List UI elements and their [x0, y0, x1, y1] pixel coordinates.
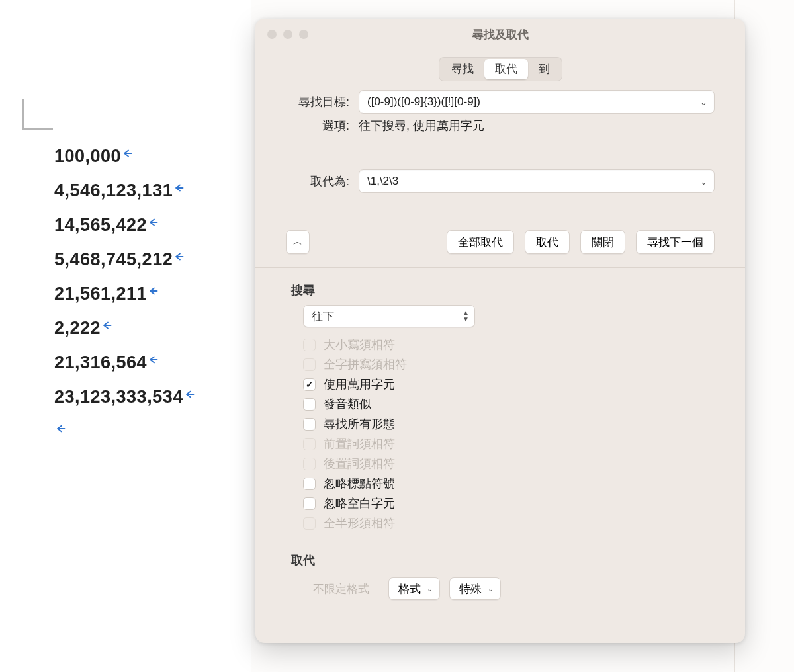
search-option-row: 大小寫須相符 [303, 337, 745, 353]
document-line[interactable]: 4,546,123,131 [54, 173, 197, 208]
chevron-down-icon: ⌄ [488, 585, 494, 593]
search-option-label: 全字拼寫須相符 [324, 357, 407, 372]
checkbox[interactable] [303, 418, 316, 431]
search-option-row[interactable]: 發音類似 [303, 396, 745, 412]
collapse-button[interactable]: ︿ [286, 230, 310, 254]
search-option-label: 忽略標點符號 [324, 476, 395, 491]
document-body[interactable]: 100,0004,546,123,13114,565,4225,468,745,… [54, 139, 197, 448]
line-text: 21,561,211 [54, 284, 147, 304]
format-menu-button[interactable]: 格式 ⌄ [388, 577, 440, 600]
options-value: 往下搜尋, 使用萬用字元 [359, 118, 484, 134]
paragraph-mark-icon [148, 285, 160, 297]
close-button[interactable]: 關閉 [580, 230, 625, 254]
document-line[interactable]: 100,000 [54, 139, 197, 173]
checkbox[interactable] [303, 478, 316, 490]
line-text: 4,546,123,131 [54, 181, 173, 200]
checkbox [303, 438, 316, 450]
document-line-empty[interactable] [54, 414, 197, 448]
replace-input[interactable]: \1,\2\3 ⌄ [359, 169, 715, 193]
checkbox [303, 458, 316, 470]
tab-find[interactable]: 尋找 [441, 59, 484, 79]
document-line[interactable]: 21,561,211 [54, 276, 197, 311]
line-text: 23,123,333,534 [54, 387, 183, 407]
format-menu-label: 格式 [398, 583, 421, 595]
paragraph-mark-icon [185, 388, 197, 400]
dialog-title: 尋找及取代 [472, 27, 529, 42]
checkbox[interactable] [303, 497, 316, 510]
search-option-label: 前置詞須相符 [324, 436, 395, 452]
line-text: 21,316,564 [54, 353, 147, 372]
checkbox[interactable] [303, 378, 316, 391]
minimize-icon[interactable] [283, 30, 292, 39]
find-label: 尋找目標: [278, 94, 349, 110]
page-margin-marker [22, 99, 53, 130]
document-line[interactable]: 23,123,333,534 [54, 380, 197, 414]
chevron-down-icon: ⌄ [427, 585, 433, 593]
checkbox [303, 358, 316, 371]
search-option-row[interactable]: 使用萬用字元 [303, 376, 745, 392]
search-option-row[interactable]: 忽略標點符號 [303, 476, 745, 491]
search-option-label: 大小寫須相符 [324, 337, 395, 353]
document-line[interactable]: 2,222 [54, 311, 197, 345]
zoom-icon[interactable] [299, 30, 308, 39]
paragraph-mark-icon [102, 319, 114, 331]
search-direction-select[interactable]: 往下 ▲▼ [303, 305, 475, 327]
find-input-text: ([0-9])([0-9]{3})([!][0-9]) [367, 95, 480, 108]
updown-icon: ▲▼ [463, 310, 469, 323]
paragraph-mark-icon [174, 251, 186, 263]
search-option-label: 忽略空白字元 [324, 495, 395, 511]
checkbox [303, 339, 316, 351]
line-text: 100,000 [54, 146, 121, 166]
replace-label: 取代為: [278, 173, 349, 189]
search-option-row: 全半形須相符 [303, 515, 745, 531]
line-text: 5,468,745,212 [54, 249, 173, 269]
search-option-label: 全半形須相符 [324, 515, 395, 531]
paragraph-mark-icon [122, 147, 134, 159]
find-next-button[interactable]: 尋找下一個 [636, 230, 715, 254]
tab-goto[interactable]: 到 [528, 59, 560, 79]
checkbox[interactable] [303, 398, 316, 411]
search-option-row[interactable]: 尋找所有形態 [303, 416, 745, 432]
replace-all-button[interactable]: 全部取代 [447, 230, 514, 254]
replace-section-header: 取代 [255, 547, 745, 573]
replace-input-text: \1,\2\3 [367, 175, 398, 188]
options-label: 選項: [278, 118, 349, 134]
close-icon[interactable] [267, 30, 277, 39]
paragraph-mark-icon [148, 354, 160, 366]
divider [255, 267, 745, 268]
find-replace-dialog: 尋找及取代 尋找 取代 到 尋找目標: ([0-9])([0-9]{3})([!… [255, 19, 745, 643]
search-section-header: 搜尋 [255, 277, 745, 304]
document-pane: 100,0004,546,123,13114,565,4225,468,745,… [0, 0, 251, 672]
search-option-row: 全字拼寫須相符 [303, 357, 745, 372]
document-line[interactable]: 14,565,422 [54, 208, 197, 242]
no-formatting-button: 不限定格式 [303, 577, 379, 600]
line-text: 14,565,422 [54, 215, 147, 235]
search-option-label: 發音類似 [324, 396, 371, 412]
dialog-titlebar: 尋找及取代 [255, 19, 745, 50]
special-menu-button[interactable]: 特殊 ⌄ [449, 577, 501, 600]
checkbox [303, 517, 316, 530]
tab-replace[interactable]: 取代 [484, 59, 528, 79]
search-option-label: 使用萬用字元 [324, 376, 395, 392]
find-input[interactable]: ([0-9])([0-9]{3})([!][0-9]) ⌄ [359, 90, 715, 114]
line-text: 2,222 [54, 318, 101, 338]
search-option-row[interactable]: 忽略空白字元 [303, 495, 745, 511]
chevron-down-icon[interactable]: ⌄ [700, 97, 707, 107]
window-controls [267, 30, 308, 39]
dialog-tabs: 尋找 取代 到 [255, 50, 745, 83]
paragraph-mark-icon [148, 216, 160, 228]
special-menu-label: 特殊 [459, 583, 482, 595]
replace-one-button[interactable]: 取代 [525, 230, 570, 254]
chevron-up-icon: ︿ [293, 236, 302, 248]
paragraph-mark-icon [174, 182, 186, 194]
search-option-row: 前置詞須相符 [303, 436, 745, 452]
paragraph-mark-icon [56, 423, 67, 435]
search-option-row: 後置詞須相符 [303, 456, 745, 472]
search-option-label: 後置詞須相符 [324, 456, 395, 472]
search-options-list: 大小寫須相符全字拼寫須相符使用萬用字元發音類似尋找所有形態前置詞須相符後置詞須相… [255, 337, 745, 531]
document-line[interactable]: 5,468,745,212 [54, 242, 197, 276]
document-line[interactable]: 21,316,564 [54, 345, 197, 380]
chevron-down-icon[interactable]: ⌄ [700, 177, 707, 187]
search-option-label: 尋找所有形態 [324, 416, 395, 432]
search-direction-value: 往下 [312, 309, 334, 324]
